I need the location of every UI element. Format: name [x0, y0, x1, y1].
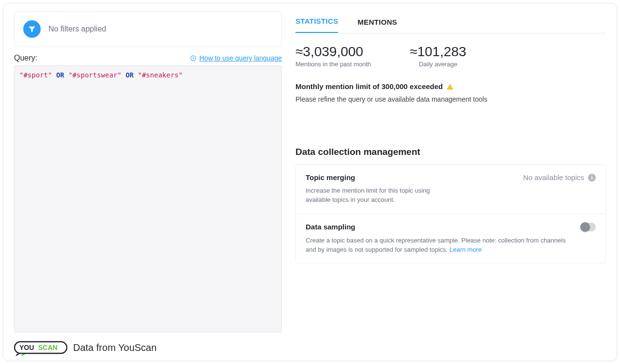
warning-subtext: Please refine the query or use available… [295, 95, 606, 103]
warning-block: Monthly mention limit of 300,000 exceede… [295, 82, 606, 103]
stat-daily: ≈101,283 Daily average [410, 44, 466, 68]
query-label: Query: [14, 54, 37, 62]
footer-text: Data from YouScan [73, 342, 156, 353]
info-icon [190, 55, 197, 61]
filters-card[interactable]: No filters applied [14, 11, 282, 47]
data-sampling-desc: Create a topic based on a quick represen… [306, 236, 577, 255]
topic-merging-desc: Increase the mention limit for this topi… [306, 186, 451, 205]
query-token-operator: OR [56, 71, 64, 79]
warning-title-row: Monthly mention limit of 300,000 exceede… [295, 82, 606, 91]
stat-daily-value: ≈101,283 [410, 44, 466, 60]
filter-icon [23, 20, 41, 38]
tab-statistics[interactable]: STATISTICS [295, 11, 338, 33]
query-input[interactable]: "#sport" OR "#sportswear" OR "#sneakers" [14, 65, 282, 333]
filters-text: No filters applied [48, 25, 106, 33]
query-token-string: "#sport" [19, 71, 52, 79]
stat-daily-label: Daily average [410, 61, 466, 68]
tabs: STATISTICS MENTIONS [295, 11, 606, 33]
svg-point-2 [193, 57, 193, 57]
warning-title: Monthly mention limit of 300,000 exceede… [295, 82, 443, 91]
stats-row: ≈3,039,000 Mentions in the past month ≈1… [295, 44, 606, 68]
learn-more-link[interactable]: Learn more [450, 246, 481, 253]
data-sampling-row: Data sampling Create a topic based on a … [296, 214, 605, 263]
stat-mentions: ≈3,039,000 Mentions in the past month [295, 44, 371, 68]
topic-merging-status: No available topics [523, 173, 584, 182]
query-help-text: How to use query language [200, 54, 282, 62]
footer: YOU SCAN Data from YouScan [14, 334, 606, 356]
left-column: No filters applied Query: How to use que… [14, 11, 282, 333]
data-sampling-desc-text: Create a topic based on a quick represen… [306, 237, 566, 253]
query-token-string: "#sportswear" [68, 71, 122, 79]
main-grid: No filters applied Query: How to use que… [14, 11, 606, 333]
logo-you-text: YOU [19, 344, 34, 351]
query-header: Query: How to use query language [14, 54, 282, 62]
topic-merging-right: No available topics i [523, 173, 596, 182]
tab-mentions[interactable]: MENTIONS [357, 12, 397, 33]
topic-merging-title: Topic merging [306, 173, 355, 182]
data-sampling-title: Data sampling [306, 223, 356, 231]
data-sampling-toggle[interactable] [580, 223, 596, 231]
management-card: Topic merging No available topics i Incr… [295, 164, 606, 263]
stat-mentions-label: Mentions in the past month [295, 61, 371, 68]
app-frame: No filters applied Query: How to use que… [3, 3, 617, 361]
right-column: STATISTICS MENTIONS ≈3,039,000 Mentions … [291, 11, 606, 333]
query-help-link[interactable]: How to use query language [190, 54, 282, 62]
management-section-title: Data collection management [295, 147, 606, 157]
query-token-string: "#sneakers" [138, 71, 183, 79]
warning-icon [447, 84, 453, 90]
topic-merging-head: Topic merging No available topics i [306, 173, 596, 182]
logo-scan-text: SCAN [38, 344, 58, 351]
stat-mentions-value: ≈3,039,000 [295, 44, 371, 60]
data-sampling-head: Data sampling [306, 223, 596, 231]
info-icon[interactable]: i [588, 174, 596, 182]
toggle-knob [580, 222, 590, 232]
youscan-logo: YOU SCAN [14, 339, 67, 356]
topic-merging-row: Topic merging No available topics i Incr… [296, 165, 605, 214]
query-token-operator: OR [125, 71, 134, 79]
